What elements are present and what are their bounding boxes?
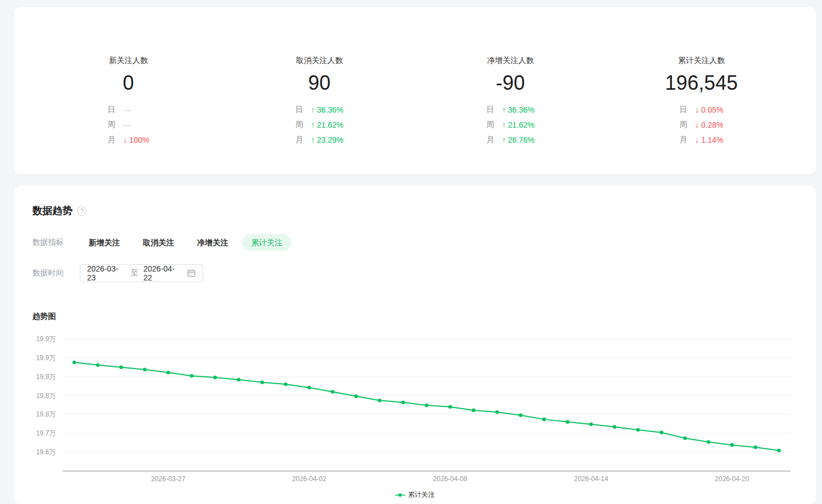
stat-change-row: 周↓ 0.28%: [680, 117, 724, 132]
data-point[interactable]: [754, 445, 758, 449]
metric-tab-新增关注[interactable]: 新增关注: [80, 234, 129, 251]
data-point[interactable]: [660, 431, 664, 435]
data-point[interactable]: [636, 428, 640, 432]
x-axis-tick-label: 2026-04-02: [292, 475, 326, 483]
legend-label: 累计关注: [408, 490, 435, 500]
date-separator: 至: [131, 268, 138, 278]
period-label: 月: [108, 135, 116, 145]
data-point[interactable]: [73, 361, 76, 365]
date-end-value[interactable]: 2026-04-22: [143, 264, 182, 282]
stat-label: 取消关注人数: [296, 55, 343, 65]
period-label: 月: [295, 135, 303, 145]
data-point[interactable]: [589, 423, 593, 427]
time-filter-row: 数据时间 2026-03-23 至 2026-04-22: [32, 264, 203, 282]
stat-change-row: 月↓ 100%: [108, 132, 150, 147]
stat-value: 90: [308, 71, 330, 95]
stat-unfollowers: 取消关注人数 90 日↑ 36.36%周↑ 21.62%月↑ 23.29%: [224, 55, 415, 174]
period-label: 日: [108, 105, 116, 115]
data-point[interactable]: [495, 410, 499, 414]
x-axis-tick-label: 2026-04-14: [574, 475, 608, 483]
change-value: ↑ 36.36%: [502, 105, 534, 114]
stat-label: 新关注人数: [109, 55, 148, 65]
follower-stats-card: 新关注人数 0 日—周—月↓ 100% 取消关注人数 90 日↑ 36.36%周…: [14, 7, 816, 174]
change-value: ↓ 0.05%: [695, 105, 724, 114]
data-point[interactable]: [425, 404, 429, 408]
metric-filter-label: 数据指标: [32, 238, 80, 248]
trend-line-chart[interactable]: 19.9万19.9万19.9万19.8万19.8万19.7万19.6万2026-…: [14, 186, 816, 504]
period-label: 日: [486, 105, 494, 115]
data-point[interactable]: [472, 409, 475, 413]
metric-tab-净增关注[interactable]: 净增关注: [188, 234, 237, 251]
date-range-picker[interactable]: 2026-03-23 至 2026-04-22: [80, 264, 203, 282]
y-axis-tick-label: 19.9万: [36, 373, 56, 381]
metric-filter-row: 数据指标 新增关注取消关注净增关注累计关注: [32, 234, 296, 251]
data-point[interactable]: [119, 365, 123, 369]
x-axis-tick-label: 2026-04-20: [715, 475, 749, 483]
change-value: —: [123, 120, 131, 129]
stat-change-row: 日↑ 36.36%: [295, 102, 343, 117]
y-axis-tick-label: 19.9万: [36, 354, 56, 362]
calendar-icon[interactable]: [187, 269, 196, 278]
change-value: ↓ 100%: [123, 135, 150, 144]
data-point[interactable]: [566, 420, 570, 424]
period-label: 周: [680, 120, 688, 130]
data-point[interactable]: [730, 443, 734, 447]
stat-change-row: 日↑ 36.36%: [486, 102, 534, 117]
data-point[interactable]: [519, 413, 523, 417]
change-value: —: [123, 105, 131, 114]
y-axis-tick-label: 19.8万: [36, 392, 56, 400]
data-point[interactable]: [261, 381, 265, 385]
data-point[interactable]: [166, 371, 170, 375]
data-point[interactable]: [237, 378, 241, 382]
data-point[interactable]: [706, 440, 710, 444]
data-point[interactable]: [448, 405, 452, 409]
data-point[interactable]: [143, 368, 147, 372]
section-title: 数据趋势: [32, 204, 73, 217]
period-label: 周: [486, 120, 494, 130]
change-value: ↓ 1.14%: [695, 135, 724, 144]
change-value: ↓ 0.28%: [695, 120, 724, 129]
period-label: 周: [295, 120, 303, 130]
chart-legend[interactable]: 累计关注: [14, 490, 816, 500]
data-point[interactable]: [213, 376, 217, 380]
stat-change-rows: 日↓ 0.05%周↓ 0.28%月↓ 1.14%: [680, 102, 724, 147]
stat-change-rows: 日↑ 36.36%周↑ 21.62%月↑ 23.29%: [295, 102, 343, 147]
stat-change-row: 日↓ 0.05%: [680, 102, 724, 117]
data-point[interactable]: [542, 418, 546, 421]
metric-tab-累计关注[interactable]: 累计关注: [242, 234, 291, 251]
data-point[interactable]: [354, 395, 358, 399]
data-point[interactable]: [683, 437, 687, 440]
stat-change-row: 周↑ 21.62%: [295, 117, 343, 132]
data-point[interactable]: [378, 399, 382, 403]
trend-header: 数据趋势 ?: [32, 204, 86, 217]
legend-line-icon: [395, 493, 405, 497]
change-value: ↑ 26.76%: [502, 135, 534, 144]
period-label: 月: [680, 135, 688, 145]
stat-change-row: 月↓ 1.14%: [680, 132, 724, 147]
stat-label: 净增关注人数: [487, 55, 534, 65]
data-point[interactable]: [190, 374, 194, 378]
y-axis-tick-label: 19.9万: [36, 335, 56, 343]
stat-change-row: 周—: [108, 117, 150, 132]
stat-change-rows: 日—周—月↓ 100%: [108, 102, 150, 147]
period-label: 周: [108, 120, 116, 130]
stat-new-followers: 新关注人数 0 日—周—月↓ 100%: [33, 55, 224, 174]
help-icon[interactable]: ?: [77, 206, 86, 216]
data-point[interactable]: [401, 400, 405, 404]
stat-value: -90: [496, 71, 525, 95]
data-point[interactable]: [96, 363, 100, 367]
x-axis-tick-label: 2026-04-08: [433, 475, 468, 483]
data-point[interactable]: [331, 390, 335, 394]
date-start-value[interactable]: 2026-03-23: [87, 264, 126, 282]
data-point[interactable]: [284, 382, 288, 386]
y-axis-tick-label: 19.7万: [36, 429, 56, 437]
change-value: ↑ 23.29%: [311, 135, 343, 144]
y-axis-tick-label: 19.8万: [36, 410, 56, 418]
stat-change-row: 月↑ 26.76%: [486, 132, 534, 147]
stat-value: 196,545: [665, 71, 738, 95]
data-point[interactable]: [307, 386, 311, 390]
period-label: 月: [486, 135, 494, 145]
data-point[interactable]: [777, 449, 781, 453]
data-point[interactable]: [613, 425, 617, 429]
metric-tab-取消关注[interactable]: 取消关注: [134, 234, 183, 251]
